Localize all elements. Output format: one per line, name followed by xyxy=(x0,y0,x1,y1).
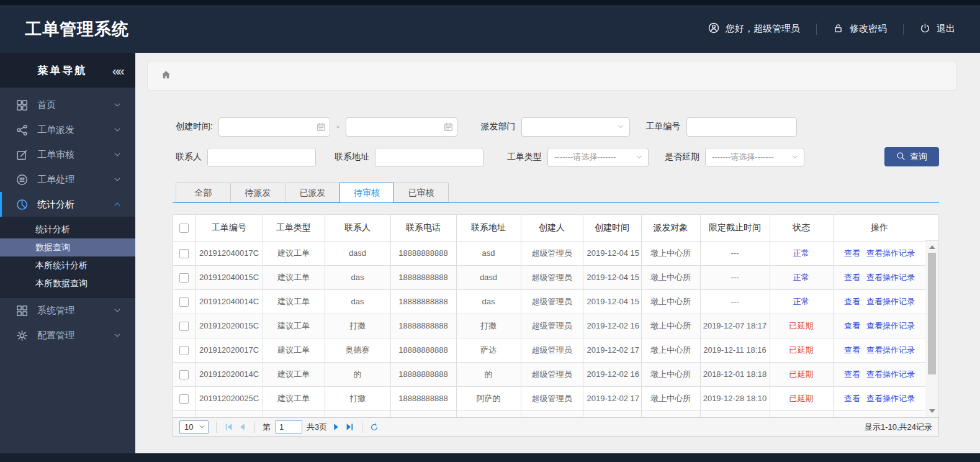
delay-select[interactable]: -------请选择------- xyxy=(705,148,804,167)
calendar-icon[interactable] xyxy=(444,122,453,132)
action-link-查看[interactable]: 查看 xyxy=(844,273,860,282)
create-time-start-input[interactable] xyxy=(218,117,330,137)
home-icon[interactable] xyxy=(161,70,171,83)
cell-creator: 超级管理员 xyxy=(521,362,583,386)
sidebar-subitem-本所统计分析[interactable]: 本所统计分析 xyxy=(0,256,135,274)
cell-contact: 打撒 xyxy=(325,314,390,338)
sidebar-item-工单处理[interactable]: 工单处理 xyxy=(0,167,135,192)
cell-order-type: 建议工单 xyxy=(263,338,325,362)
cell-address: 的 xyxy=(456,362,521,386)
prev-page-button[interactable] xyxy=(238,422,247,432)
tab-待审核[interactable]: 待审核 xyxy=(339,183,394,203)
tab-已审核[interactable]: 已审核 xyxy=(394,183,449,202)
cell-creator: 超级管理员 xyxy=(521,338,583,362)
sidebar-item-统计分析[interactable]: 统计分析 xyxy=(0,192,135,217)
last-page-button[interactable] xyxy=(345,422,354,432)
action-link-查看[interactable]: 查看 xyxy=(844,297,860,306)
sidebar-collapse-icon[interactable]: «« xyxy=(112,64,123,77)
scrollbar-thumb[interactable] xyxy=(928,253,936,374)
row-checkbox[interactable] xyxy=(179,273,189,283)
cell-deadline: --- xyxy=(700,241,770,265)
create-time-end-input[interactable] xyxy=(346,117,457,137)
dispatch-dept-select[interactable] xyxy=(521,117,630,137)
sidebar-item-首页[interactable]: 首页 xyxy=(0,93,135,117)
app-title: 工单管理系统 xyxy=(25,18,129,40)
sidebar-subitem-本所数据查询[interactable]: 本所数据查询 xyxy=(0,274,135,292)
tab-全部[interactable]: 全部 xyxy=(176,183,230,202)
change-password-button[interactable]: 修改密码 xyxy=(833,23,887,35)
row-checkbox[interactable] xyxy=(179,249,189,258)
refresh-button[interactable] xyxy=(370,423,379,432)
cell-order-type: 建议工单 xyxy=(263,314,325,338)
contact-input[interactable] xyxy=(207,148,316,167)
grid-icon xyxy=(16,305,28,317)
cell-contact: das xyxy=(325,289,390,314)
action-link-查看[interactable]: 查看 xyxy=(844,394,860,403)
table-row: 201912020015C建议工单打撒18888888888打撒超级管理员201… xyxy=(173,314,925,338)
cell-order-type: 建议工单 xyxy=(263,386,325,410)
select-all-checkbox[interactable] xyxy=(179,224,189,233)
first-page-button[interactable] xyxy=(224,422,233,432)
user-greeting[interactable]: 您好，超级管理员 xyxy=(708,22,800,35)
create-time-end-field xyxy=(346,117,457,137)
scroll-up-icon[interactable] xyxy=(925,243,938,251)
calendar-icon[interactable] xyxy=(317,122,326,132)
action-link-查看[interactable]: 查看 xyxy=(844,369,860,379)
record-summary: 显示1-10,共24记录 xyxy=(865,422,932,433)
pie-chart-icon xyxy=(16,199,28,211)
contact-label: 联系人 xyxy=(176,152,202,163)
breadcrumb xyxy=(147,61,956,91)
sidebar-item-工单派发[interactable]: 工单派发 xyxy=(0,117,135,142)
sidebar-item-工单审核[interactable]: 工单审核 xyxy=(0,142,135,167)
cell-target: 墩上中心所 xyxy=(641,241,700,265)
lock-icon xyxy=(833,23,843,35)
gear-icon xyxy=(16,330,28,342)
order-type-select[interactable]: -------请选择------- xyxy=(547,148,649,167)
logout-button[interactable]: 退出 xyxy=(920,23,955,35)
sidebar-item-label: 配置管理 xyxy=(37,330,113,342)
action-link-查看[interactable]: 查看 xyxy=(844,248,860,258)
action-link-查看操作记录[interactable]: 查看操作记录 xyxy=(866,273,915,282)
address-label: 联系地址 xyxy=(335,152,369,163)
next-page-button[interactable] xyxy=(331,422,341,432)
cell-actions: 查看查看操作记录 xyxy=(833,241,925,265)
tab-待派发[interactable]: 待派发 xyxy=(230,183,285,202)
cell-deadline: 2019-12-28 18:10 xyxy=(700,386,770,410)
action-link-查看[interactable]: 查看 xyxy=(844,345,860,355)
action-link-查看操作记录[interactable]: 查看操作记录 xyxy=(866,321,915,330)
search-button[interactable]: 查询 xyxy=(884,147,939,166)
action-link-查看操作记录[interactable]: 查看操作记录 xyxy=(866,369,915,379)
action-link-查看操作记录[interactable]: 查看操作记录 xyxy=(866,345,915,355)
sidebar-item-配置管理[interactable]: 配置管理 xyxy=(0,323,135,348)
action-link-查看操作记录[interactable]: 查看操作记录 xyxy=(866,248,915,258)
pagination-divider xyxy=(362,422,362,433)
row-checkbox[interactable] xyxy=(179,394,189,404)
cell-status: 正常 xyxy=(770,265,833,289)
cell-contact: dasd xyxy=(325,241,390,265)
scrollbar-track[interactable] xyxy=(925,241,939,417)
action-link-查看[interactable]: 查看 xyxy=(844,321,860,330)
dashboard-icon xyxy=(16,99,28,111)
order-no-input[interactable] xyxy=(686,117,797,137)
pagination-divider xyxy=(216,422,217,433)
page-size-select[interactable]: 10 xyxy=(179,420,209,434)
sidebar-subitem-数据查询[interactable]: 数据查询 xyxy=(0,238,135,256)
row-checkbox[interactable] xyxy=(179,370,189,379)
row-checkbox[interactable] xyxy=(179,322,189,331)
cell-order-id: 201912020015C xyxy=(196,314,263,338)
row-checkbox[interactable] xyxy=(179,346,189,355)
edit-icon xyxy=(16,149,28,161)
action-link-查看操作记录[interactable]: 查看操作记录 xyxy=(866,394,915,403)
page-number-input[interactable] xyxy=(275,420,302,434)
cell-address: dasd xyxy=(456,265,521,289)
scroll-down-icon[interactable] xyxy=(925,407,938,415)
row-checkbox[interactable] xyxy=(179,297,189,307)
action-link-查看操作记录[interactable]: 查看操作记录 xyxy=(866,297,915,306)
sidebar-item-系统管理[interactable]: 系统管理 xyxy=(0,298,135,323)
tab-已派发[interactable]: 已派发 xyxy=(285,183,339,202)
cell-actions: 查看查看操作记录 xyxy=(833,338,925,362)
sidebar-subitem-统计分析[interactable]: 统计分析 xyxy=(0,220,135,238)
cell-status: 已延期 xyxy=(770,362,833,386)
cell-status: 正常 xyxy=(770,289,833,314)
address-input[interactable] xyxy=(375,148,483,167)
